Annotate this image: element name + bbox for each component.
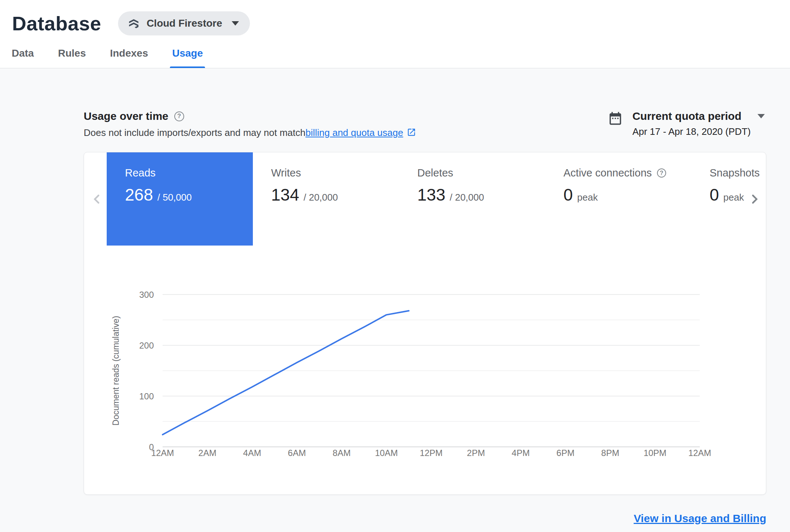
quota-period-dropdown[interactable]: Current quota period (633, 110, 765, 122)
metric-name: Reads (125, 167, 156, 179)
dropdown-caret-icon (757, 114, 765, 118)
usage-page: Usage over time ? Does not include impor… (0, 68, 790, 532)
svg-text:12AM: 12AM (688, 448, 711, 458)
svg-text:10AM: 10AM (375, 448, 398, 458)
page-header: Database Cloud Firestore (0, 0, 790, 41)
usage-header-left: Usage over time ? Does not include impor… (84, 110, 416, 139)
page-title: Database (12, 12, 101, 35)
tab-bar: Data Rules Indexes Usage (0, 41, 790, 68)
tab-indexes[interactable]: Indexes (109, 41, 149, 68)
metric-name: Writes (271, 167, 301, 179)
svg-text:100: 100 (139, 391, 154, 401)
svg-text:6PM: 6PM (557, 448, 574, 458)
metric-card-deletes[interactable]: Deletes 133 / 20,000 (399, 152, 545, 246)
help-icon[interactable]: ? (174, 111, 184, 121)
metric-name: Snapshots (710, 167, 760, 179)
metric-card-active-connections[interactable]: Active connections ? 0 peak (545, 152, 691, 246)
metric-value: 134 (271, 185, 299, 205)
svg-text:6AM: 6AM (288, 448, 306, 458)
svg-text:300: 300 (139, 290, 154, 300)
metric-limit: / 20,000 (450, 192, 484, 203)
metric-limit: peak (577, 192, 598, 203)
metric-name: Deletes (417, 167, 453, 179)
metric-value: 268 (125, 185, 153, 205)
usage-line-chart: 010020030012AM2AM4AM6AM8AM10AM12PM2PM4PM… (106, 273, 749, 478)
carousel-next-button[interactable] (746, 191, 763, 208)
usage-card: Reads 268 / 50,000 Writes 134 / 20,000 D… (84, 152, 766, 495)
svg-text:12PM: 12PM (420, 448, 443, 458)
quota-period-label: Current quota period (633, 110, 741, 122)
metric-value: 0 (710, 185, 719, 205)
carousel-prev-button[interactable] (88, 191, 105, 208)
quota-period-control: Current quota period Apr 17 - Apr 18, 20… (608, 110, 766, 137)
metric-limit: / 50,000 (157, 192, 192, 203)
billing-quota-link[interactable]: billing and quota usage (305, 127, 403, 138)
help-icon[interactable]: ? (657, 168, 666, 178)
metric-name: Active connections (563, 167, 652, 179)
tab-usage[interactable]: Usage (171, 41, 204, 68)
metric-card-writes[interactable]: Writes 134 / 20,000 (253, 152, 399, 246)
svg-text:2PM: 2PM (467, 448, 485, 458)
chevron-down-icon (232, 21, 239, 26)
metric-value: 133 (417, 185, 445, 205)
view-usage-billing-link[interactable]: View in Usage and Billing (634, 512, 766, 524)
usage-over-time-title: Usage over time (84, 110, 168, 122)
metric-limit: / 20,000 (304, 192, 338, 203)
metric-carousel: Reads 268 / 50,000 Writes 134 / 20,000 D… (107, 152, 766, 246)
metric-limit: peak (723, 192, 744, 203)
usage-subtitle: Does not include imports/exports and may… (84, 127, 416, 139)
subtitle-text: Does not include imports/exports and may… (84, 127, 305, 138)
product-selector[interactable]: Cloud Firestore (118, 11, 250, 35)
svg-text:8PM: 8PM (601, 448, 619, 458)
quota-period-range: Apr 17 - Apr 18, 2020 (PDT) (633, 126, 765, 137)
metric-card-reads[interactable]: Reads 268 / 50,000 (107, 152, 253, 246)
svg-text:12AM: 12AM (151, 448, 174, 458)
svg-text:10PM: 10PM (643, 448, 666, 458)
metric-value: 0 (563, 185, 573, 205)
svg-text:Document reads (cumulative): Document reads (cumulative) (111, 316, 121, 425)
svg-text:2AM: 2AM (198, 448, 216, 458)
firestore-icon (128, 17, 140, 30)
svg-text:4AM: 4AM (243, 448, 261, 458)
external-link-icon (407, 128, 416, 140)
tab-data[interactable]: Data (11, 41, 35, 68)
product-selector-label: Cloud Firestore (147, 18, 222, 29)
chevron-right-icon (747, 191, 763, 207)
svg-text:4PM: 4PM (512, 448, 529, 458)
svg-text:200: 200 (139, 341, 154, 350)
chevron-left-icon (89, 191, 105, 207)
svg-text:8AM: 8AM (333, 448, 350, 458)
calendar-icon (608, 111, 623, 126)
tab-rules[interactable]: Rules (57, 41, 87, 68)
